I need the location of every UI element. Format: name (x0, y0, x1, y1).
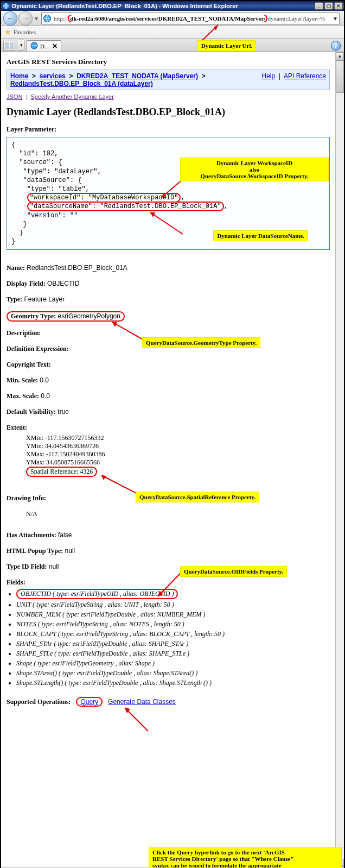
field-unit: UNIT ( type: esriFieldTypeString , alias… (16, 601, 330, 609)
directory-title: ArcGIS REST Services Directory (7, 55, 330, 70)
breadcrumb-layer[interactable]: RedlandsTest.DBO.EP_Block_01A (dataLayer… (10, 80, 153, 87)
default-visibility-value: true (58, 408, 69, 416)
api-ref-link[interactable]: API Reference (284, 72, 326, 80)
display-field-value: OBJECTID (47, 280, 79, 287)
minscale-label: Min. Scale: (7, 376, 38, 384)
typeid-field-label: Type ID Field: (7, 563, 47, 570)
favorites-bar: ★ Favorites (1, 26, 344, 39)
description-label: Description: (7, 329, 41, 337)
breadcrumb-services[interactable]: services (40, 72, 66, 80)
tab-dynamic-layer[interactable]: D... ✕ (27, 40, 61, 52)
maxscale-label: Max. Scale: (7, 392, 39, 400)
field-objectid: OBJECTID ( type: esriFieldTypeOID , alia… (16, 589, 330, 599)
tab-label: D... (40, 43, 49, 49)
help-link[interactable]: Help (261, 72, 275, 80)
quicktabs-dropdown[interactable]: ▾ (18, 40, 24, 51)
svg-marker-16 (125, 708, 130, 713)
supported-operations-label: Supported Operations: (7, 698, 71, 706)
nav-history-dropdown[interactable]: ▾ (34, 15, 39, 22)
type-label: Type: (7, 295, 22, 303)
extent-xmax: XMax: -117.15024049360386 (26, 450, 330, 458)
field-shape-stlength: Shape.STLength() ( type: esriFieldTypeDo… (16, 679, 330, 687)
close-window-button[interactable]: ✕ (334, 2, 343, 10)
back-button[interactable]: ← (3, 11, 17, 26)
forward-button[interactable]: → (18, 11, 33, 26)
scroll-up-button[interactable]: ▲ (336, 52, 344, 60)
html-popup-label: HTML Popup Type: (7, 547, 63, 555)
name-label: Name: (7, 264, 25, 272)
address-dropdown[interactable]: ▾ (331, 15, 339, 22)
field-shape-starea: Shape.STArea() ( type: esriFieldTypeDoub… (16, 669, 330, 677)
default-visibility-label: Default Visibility: (7, 408, 56, 416)
definition-expression-label: Definition Expression: (7, 345, 69, 353)
address-text[interactable]: http://dk-red2a:6080/arcgis/rest/service… (53, 15, 331, 22)
help-button[interactable]: ? (331, 41, 341, 51)
annotation-url: Dynamic Layer Url. (197, 40, 256, 51)
field-shape: Shape ( type: esriFieldTypeGeometry , al… (16, 659, 330, 668)
annotation-oidfields: QueryDataSource.OIDFields Property. (180, 566, 287, 577)
fields-label: Fields: (7, 578, 25, 586)
svg-line-11 (101, 475, 139, 495)
field-number-mem: NUMBER_MEM ( type: esriFieldTypeDouble ,… (16, 611, 330, 619)
tab-close-icon[interactable]: ✕ (52, 42, 58, 50)
scroll-thumb[interactable] (336, 60, 344, 93)
annotation-geometrytype: QueryDataSource.GeometryType Property. (142, 337, 260, 348)
field-shape-stle: SHAPE_STLe ( type: esriFieldTypeDouble ,… (16, 650, 330, 658)
geometry-type-highlight: Geometry Type: esriGeometryPolygon (7, 311, 125, 322)
tab-page-icon (30, 42, 38, 51)
display-field-label: Display Field: (7, 280, 46, 287)
layer-parameter-label: Layer Parameter: (7, 125, 330, 134)
json-link[interactable]: JSON (7, 93, 22, 100)
svg-line-15 (125, 708, 148, 731)
copyright-label: Copyright Text: (7, 361, 51, 368)
breadcrumb-box: Home > services > DKRED2A_TEST_NODATA (M… (7, 70, 330, 90)
browser-navbar: ← → ▾ http://dk-red2a:6080/arcgis/rest/s… (1, 11, 344, 26)
ie-icon (2, 2, 10, 10)
has-attachments-value: false (58, 531, 72, 539)
annotation-workspaceid: Dynamic Layer WorkspaceID also QueryData… (180, 158, 329, 181)
generate-data-classes-link[interactable]: Generate Data Classes (108, 698, 176, 706)
field-notes: NOTES ( type: esriFieldTypeString , alia… (16, 620, 330, 628)
typeid-field-value: null (49, 563, 59, 570)
favorites-label[interactable]: Favorites (14, 29, 36, 35)
annotation-query: Click the Query hyperlink to go to the n… (149, 847, 342, 868)
extent-label: Extent: (7, 424, 27, 431)
window-titlebar: Dynamic Layer (RedlandsTest.DBO.EP_Block… (1, 1, 344, 11)
extent-ymin: YMin: 34.04543636369726 (26, 442, 330, 450)
tabstrip: ▾ D... ✕ ? (1, 39, 344, 52)
extent-xmin: XMin: -117.15630727156332 (26, 434, 330, 442)
annotation-datasourcename: Dynamic Layer DataSourceName. (213, 230, 308, 241)
maxscale-value: 0.0 (41, 392, 50, 400)
breadcrumb-home[interactable]: Home (10, 72, 28, 80)
field-shape-star: SHAPE_STAr ( type: esriFieldTypeDouble ,… (16, 640, 330, 648)
svg-marker-10 (112, 322, 117, 327)
drawing-info-value: N/A (26, 510, 330, 518)
page-heading: Dynamic Layer (RedlandsTest.DBO.EP_Block… (7, 106, 330, 118)
datasourcename-highlight: "dataSourceName": "RedlandsTest.DBO.EP_B… (27, 202, 224, 211)
has-attachments-label: Has Attachments: (7, 531, 56, 539)
minscale-value: 0.0 (40, 376, 49, 384)
html-popup-value: null (65, 547, 75, 555)
url-highlighted: dk-red2a:6080/arcgis/rest/services/DKRED… (68, 15, 267, 22)
quicktabs-button[interactable] (3, 41, 15, 51)
window-title: Dynamic Layer (RedlandsTest.DBO.EP_Block… (12, 3, 314, 9)
address-bar[interactable]: http://dk-red2a:6080/arcgis/rest/service… (41, 12, 340, 24)
favorites-star-icon[interactable]: ★ (4, 28, 11, 37)
type-value: Feature Layer (24, 295, 65, 303)
fields-list: OBJECTID ( type: esriFieldTypeOID , alia… (16, 589, 330, 687)
annotation-spatialreference: QueryDataSource.SpatialReference Propert… (136, 492, 259, 502)
specify-another-link[interactable]: Specify Another Dynamic Layer (30, 93, 113, 100)
query-link[interactable]: Query (76, 697, 103, 707)
drawing-info-label: Drawing Info: (7, 494, 46, 502)
page-content: ArcGIS REST Services Directory Home > se… (1, 52, 335, 867)
minimize-button[interactable]: _ (315, 2, 323, 10)
name-value: RedlandsTest.DBO.EP_Block_01A (27, 264, 127, 272)
maximize-button[interactable]: ▢ (324, 2, 333, 10)
breadcrumb-mapserver[interactable]: DKRED2A_TEST_NODATA (MapServer) (76, 72, 198, 80)
vertical-scrollbar[interactable]: ▲ ▼ (335, 52, 344, 867)
spatial-reference-highlight: Spatial Reference: 4326 (26, 467, 97, 477)
page-icon (43, 14, 52, 23)
field-block-capt: BLOCK_CAPT ( type: esriFieldTypeString ,… (16, 630, 330, 638)
extent-ymax: YMax: 34.05087516665566 (26, 458, 330, 467)
